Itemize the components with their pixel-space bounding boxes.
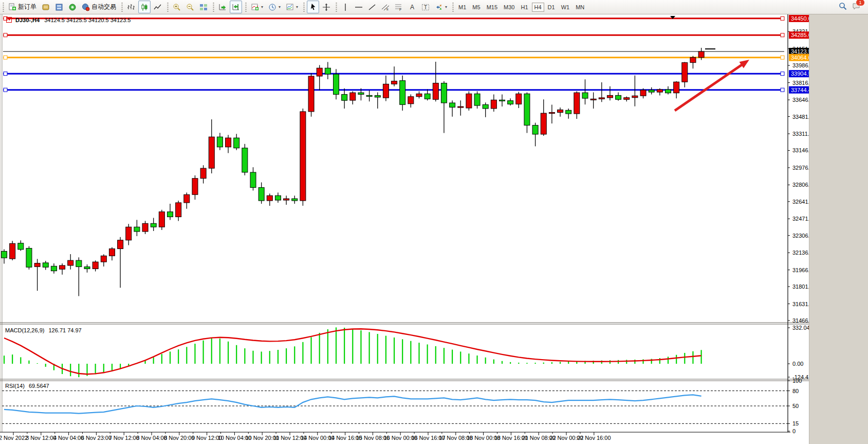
periods-button[interactable]: ▾ xyxy=(266,1,283,13)
resistance-line-2-left-handle[interactable] xyxy=(4,33,7,37)
support-line-1-left-handle[interactable] xyxy=(4,72,7,76)
indicators-button[interactable]: ▾ xyxy=(249,1,265,13)
macd-name: MACD(12,26,9) xyxy=(5,327,44,333)
candle-body xyxy=(474,94,480,105)
fibonacci-button[interactable]: F xyxy=(393,1,405,13)
new-order-button[interactable]: 新订单 xyxy=(6,1,39,13)
candle-body xyxy=(159,212,164,227)
text-button[interactable]: A xyxy=(406,1,418,13)
chevron-down-icon[interactable]: ▾ xyxy=(279,5,281,9)
candle-body xyxy=(275,196,281,200)
candle-body xyxy=(101,256,106,262)
horizontal-line-button[interactable] xyxy=(353,1,365,13)
candlestick-chart-button[interactable] xyxy=(138,1,151,13)
equidistant-channel-button[interactable]: E xyxy=(379,1,392,13)
vertical-line-button[interactable] xyxy=(339,1,352,13)
group-grip xyxy=(121,3,123,12)
candle-body xyxy=(26,248,32,268)
tile-windows-button[interactable] xyxy=(197,1,210,13)
candle-body xyxy=(616,95,621,99)
orange-level-line-badge-text: 34064.6 xyxy=(791,55,811,61)
arrows-button[interactable]: ▾ xyxy=(433,1,449,13)
orange-level-line-right-handle[interactable] xyxy=(781,56,784,59)
templates-button[interactable]: ▾ xyxy=(284,1,300,13)
support-line-1-badge-text: 33904.5 xyxy=(791,70,811,77)
text-label-button[interactable]: T xyxy=(419,1,432,13)
cursor-button[interactable] xyxy=(307,1,319,13)
chevron-down-icon[interactable]: ▾ xyxy=(296,5,298,9)
chevron-down-icon[interactable]: ▾ xyxy=(261,5,263,9)
time-axis-label: 8 Nov 20:00 xyxy=(164,435,194,441)
candle-body xyxy=(60,265,65,269)
tf-m1[interactable]: M1 xyxy=(456,3,469,12)
line-chart-icon xyxy=(154,3,162,11)
group-grip xyxy=(303,3,305,12)
support-line-2-left-handle[interactable] xyxy=(4,88,7,92)
navigator-button[interactable] xyxy=(66,1,79,13)
auto-scroll-button[interactable] xyxy=(216,1,229,13)
tf-m30[interactable]: M30 xyxy=(501,3,517,12)
symbol-marker-icon xyxy=(6,17,12,23)
market-watch-icon xyxy=(42,3,50,11)
tile-windows-icon xyxy=(199,3,208,11)
resistance-line-2-right-handle[interactable] xyxy=(781,33,784,37)
tf-m5-label: M5 xyxy=(472,4,480,10)
toolbar-group-pointer xyxy=(301,0,333,14)
text-label-icon: T xyxy=(421,3,430,11)
group-grip xyxy=(245,3,247,12)
tf-h4[interactable]: H4 xyxy=(532,3,544,12)
candle-body xyxy=(258,187,264,201)
bar-chart-button[interactable] xyxy=(125,1,137,13)
candle-body xyxy=(76,260,82,267)
time-axis-label: 7 Nov 12:00 xyxy=(109,435,139,441)
toolbar-group-scroll xyxy=(210,0,243,14)
candle-body xyxy=(657,90,662,92)
chart-shift-button[interactable] xyxy=(230,1,242,13)
navigator-icon xyxy=(68,3,77,11)
chevron-down-icon[interactable]: ▾ xyxy=(445,5,447,9)
rsi-axis-label: 80 xyxy=(792,388,799,394)
line-chart-button[interactable] xyxy=(152,1,164,13)
candle-body xyxy=(433,83,438,100)
channel-icon: E xyxy=(381,3,390,11)
chart-canvas[interactable]: 34321.034151.033986.033816.033646.033481… xyxy=(0,14,868,444)
tf-d1[interactable]: D1 xyxy=(545,3,558,12)
candle-body xyxy=(168,212,173,217)
zoom-out-button[interactable] xyxy=(184,1,196,13)
time-axis-label: 6 Nov 23:00 xyxy=(81,435,112,441)
candle-body xyxy=(607,95,613,98)
candle-body xyxy=(558,110,563,112)
tf-m15[interactable]: M15 xyxy=(484,3,500,12)
candle-body xyxy=(649,90,654,92)
candle-body xyxy=(632,96,638,98)
candle-body xyxy=(366,95,372,96)
group-grip xyxy=(335,3,338,12)
rsi-axis-label: 100 xyxy=(792,378,802,384)
tf-mn[interactable]: MN xyxy=(573,3,587,12)
tf-h1[interactable]: H1 xyxy=(518,3,530,12)
candle-body xyxy=(582,93,588,98)
rsi-name: RSI(14) xyxy=(5,383,25,389)
zoom-in-button[interactable] xyxy=(171,1,183,13)
candle-body xyxy=(200,168,206,179)
trendline-icon xyxy=(368,3,376,11)
notifications-button[interactable]: 1 xyxy=(850,1,862,13)
support-line-2-right-handle[interactable] xyxy=(781,88,784,92)
auto-trading-button[interactable]: 自动交易 xyxy=(80,1,118,13)
support-line-1-right-handle[interactable] xyxy=(781,72,784,76)
orange-level-line-left-handle[interactable] xyxy=(4,56,7,59)
candle-body xyxy=(424,94,430,99)
candle-body xyxy=(234,138,239,148)
candle-body xyxy=(217,137,223,147)
tf-w1[interactable]: W1 xyxy=(559,3,572,12)
toolbar-group-trade: 新订单自动交易 xyxy=(0,0,119,14)
data-window-button[interactable] xyxy=(53,1,65,13)
search-button[interactable] xyxy=(837,1,849,13)
crosshair-button[interactable] xyxy=(320,1,333,13)
trendline-button[interactable] xyxy=(366,1,378,13)
market-watch-button[interactable] xyxy=(40,1,52,13)
tf-m5[interactable]: M5 xyxy=(470,3,483,12)
resistance-line-1-right-handle[interactable] xyxy=(781,16,784,20)
candle-body xyxy=(532,125,538,134)
auto-trading-icon xyxy=(82,3,90,11)
